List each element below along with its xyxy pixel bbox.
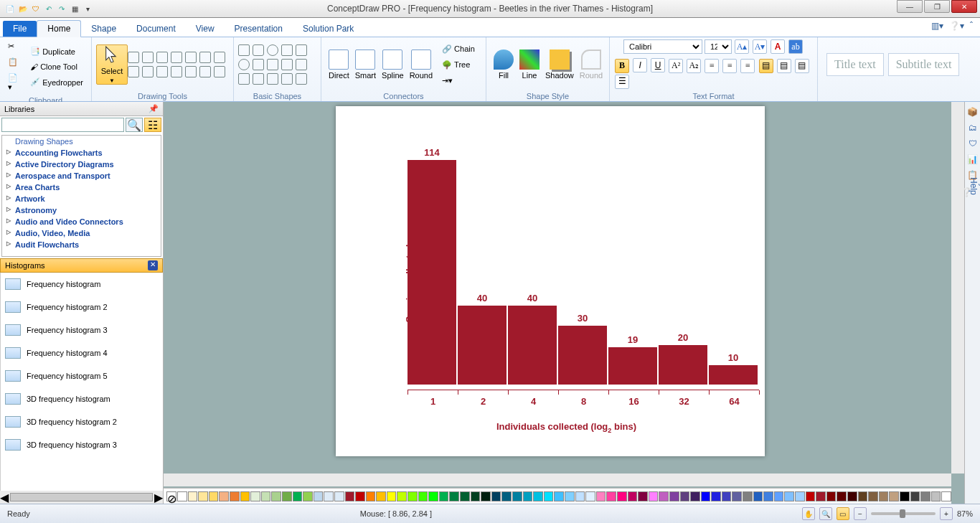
bar[interactable]: 40 [508,306,557,385]
lib-item[interactable]: Active Directory Diagrams [2,159,161,170]
basic-shapes-grid[interactable] [238,44,307,85]
bar[interactable]: 19 [608,347,657,385]
tab-solution-park[interactable]: Solution Park [293,21,364,37]
bar[interactable]: 114 [407,160,456,385]
color-swatch[interactable] [271,491,281,501]
color-swatch[interactable] [282,491,292,501]
color-swatch[interactable] [889,491,899,501]
superscript-button[interactable]: A² [669,59,683,73]
subscript-button[interactable]: A₂ [687,59,701,73]
color-swatch[interactable] [544,491,554,501]
zoom-tool-button[interactable]: 🔍 [819,507,832,520]
color-swatch[interactable] [366,491,376,501]
histograms-panel-header[interactable]: Histograms ✕ [0,258,163,273]
align-left-button[interactable]: ≡ [705,59,719,73]
canvas-vscroll[interactable] [951,102,964,473]
paste-button[interactable]: 📄▾ [4,70,25,95]
highlight-button[interactable]: ab [788,39,803,54]
color-swatch[interactable] [533,491,543,501]
color-swatch[interactable] [314,491,324,501]
qat-new-icon[interactable]: 📄 [4,3,16,14]
color-swatch[interactable] [931,491,941,501]
shadow-button[interactable]: Shadow [542,50,577,80]
color-swatch[interactable] [774,491,784,501]
hand-tool-button[interactable]: ✋ [802,507,815,520]
library-search-input[interactable] [1,118,124,132]
no-fill-swatch[interactable]: ⊘ [166,491,176,501]
hist-template[interactable]: Frequency histogram 3 [1,319,163,341]
color-swatch[interactable] [585,491,595,501]
color-swatch[interactable] [177,491,187,501]
hist-template[interactable]: 3D frequency histogram [1,387,163,410]
tree-view-button[interactable]: ☷ [144,118,161,132]
color-swatch[interactable] [460,491,470,501]
color-swatch[interactable] [659,491,669,501]
color-swatch[interactable] [512,491,522,501]
color-swatch[interactable] [649,491,659,501]
color-swatch[interactable] [345,491,355,501]
help-icon[interactable]: ❔▾ [949,21,964,31]
hist-template[interactable]: Frequency histogram 5 [1,364,163,387]
title-text-placeholder[interactable]: Title text [826,53,884,76]
lib-item[interactable]: Audio and Video Connectors [2,216,161,227]
color-swatch[interactable] [219,491,229,501]
collapse-ribbon-icon[interactable]: ˆ [970,21,973,31]
font-size-select[interactable]: 12 [705,39,732,54]
color-swatch[interactable] [261,491,271,501]
fit-page-button[interactable]: ▭ [837,507,849,520]
tab-document[interactable]: Document [126,21,186,37]
color-swatch[interactable] [293,491,303,501]
color-swatch[interactable] [355,491,365,501]
lib-item[interactable]: Audit Flowcharts [2,239,161,250]
color-swatch[interactable] [941,491,951,501]
color-swatch[interactable] [826,491,837,501]
pin-icon[interactable]: 📌 [149,104,159,113]
minimize-button[interactable]: — [897,0,923,13]
color-swatch[interactable] [198,491,208,501]
color-swatch[interactable] [680,491,690,501]
color-swatch[interactable] [763,491,773,501]
bar[interactable]: 20 [659,345,707,385]
color-swatch[interactable] [617,491,627,501]
color-swatch[interactable] [334,491,344,501]
close-button[interactable]: ✕ [951,0,977,13]
tree-button[interactable]: 🌳 Tree [438,57,479,72]
color-swatch[interactable] [387,491,397,501]
lib-item[interactable]: Accounting Flowcharts [2,147,161,159]
bar[interactable]: 40 [458,306,507,385]
eyedropper-button[interactable]: 💉 Eyedropper [27,75,87,90]
canvas[interactable]: Species collected 114404030192010 124816… [164,102,964,504]
tab-home[interactable]: Home [37,20,81,37]
panel-icon[interactable]: 🗂 [967,122,979,133]
qat-more-icon[interactable]: ▾ [82,3,93,14]
fill-button[interactable]: Fill [491,50,517,80]
color-swatch[interactable] [732,491,742,501]
bar[interactable]: 30 [558,326,607,385]
grow-font-button[interactable]: A▴ [735,39,749,54]
hist-template[interactable]: 3D frequency histogram 2 [1,410,163,433]
color-swatch[interactable] [711,491,721,501]
color-swatch[interactable] [837,491,847,501]
line-button[interactable]: Line [517,50,542,80]
color-swatch[interactable] [230,491,240,501]
hist-template[interactable]: Frequency histogram 4 [1,341,163,364]
color-swatch[interactable] [868,491,878,501]
color-swatch[interactable] [784,491,794,501]
color-swatch[interactable] [628,491,638,501]
color-swatch[interactable] [376,491,386,501]
search-button[interactable]: 🔍 [126,118,143,132]
color-swatch[interactable] [418,491,428,501]
window-list-icon[interactable]: ▥▾ [931,21,943,31]
hist-template[interactable]: Frequency histogram [1,273,163,296]
color-swatch[interactable] [523,491,533,501]
color-palette[interactable]: ⊘ [164,488,951,504]
chain-button[interactable]: 🔗 Chain [438,42,479,57]
histogram-chart[interactable]: Species collected 114404030192010 124816… [372,128,761,438]
dynamic-help-button[interactable]: ❔Dynamic Help [961,185,981,199]
align-center-button[interactable]: ≡ [722,59,737,73]
color-swatch[interactable] [900,491,910,501]
font-select[interactable]: Calibri [623,39,702,54]
align-bottom-button[interactable]: ▤ [795,59,809,73]
tab-presentation[interactable]: Presentation [225,21,293,37]
connector-more-button[interactable]: ⇥▾ [438,73,479,88]
